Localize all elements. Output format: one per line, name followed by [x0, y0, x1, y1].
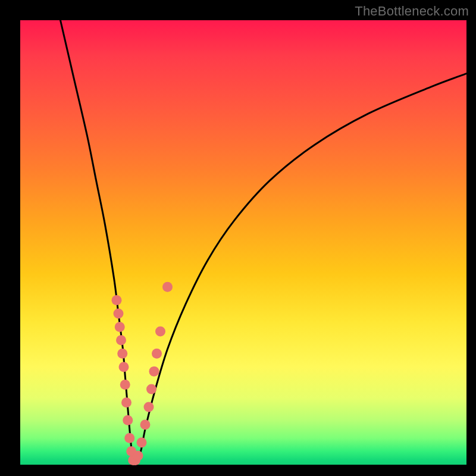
- highlight-dot: [146, 384, 156, 394]
- highlight-dot: [162, 282, 173, 292]
- highlight-dot: [112, 295, 122, 305]
- highlight-dot: [117, 349, 127, 359]
- highlight-dots: [112, 282, 173, 465]
- highlight-dot: [114, 309, 124, 319]
- highlight-dot: [124, 433, 134, 443]
- highlight-dot: [120, 380, 130, 390]
- svg-layer: [20, 20, 466, 465]
- plot-area: [20, 20, 466, 465]
- highlight-dot: [155, 326, 165, 336]
- highlight-dot: [152, 349, 162, 359]
- chart-frame: TheBottleneck.com: [0, 0, 476, 476]
- highlight-dot: [144, 402, 154, 412]
- highlight-dot: [137, 437, 147, 447]
- highlight-dot: [115, 322, 125, 332]
- highlight-dot: [116, 335, 126, 345]
- watermark-text: TheBottleneck.com: [355, 4, 469, 19]
- highlight-dot: [133, 451, 143, 461]
- highlight-dot: [149, 367, 159, 377]
- highlight-dot: [123, 415, 133, 425]
- bottleneck-curve: [61, 20, 467, 461]
- highlight-dot: [119, 362, 129, 372]
- highlight-dot: [121, 397, 131, 408]
- highlight-dot: [140, 419, 151, 430]
